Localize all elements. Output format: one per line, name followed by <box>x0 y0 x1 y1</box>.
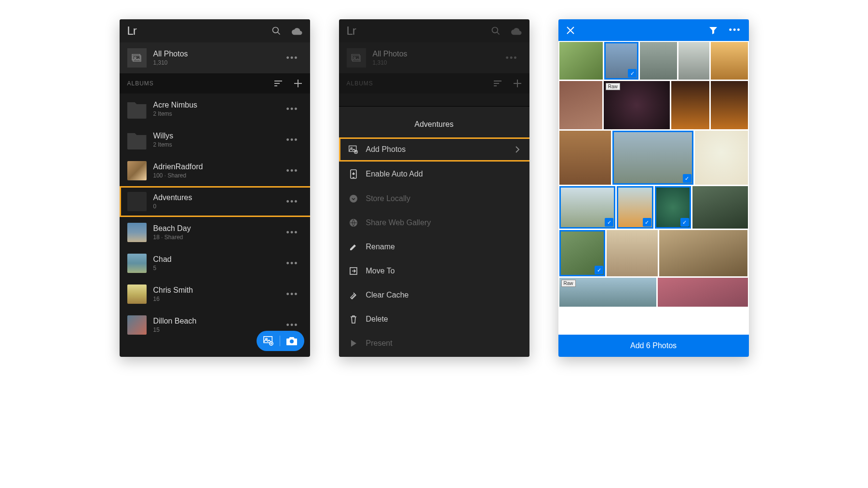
sheet-action-rename[interactable]: Rename <box>339 235 529 259</box>
top-icons <box>271 26 302 36</box>
sheet-action-label: Clear Cache <box>366 291 409 299</box>
close-icon[interactable] <box>566 26 575 35</box>
album-more-icon[interactable]: ••• <box>283 100 302 118</box>
photo-thumbnail[interactable] <box>678 42 709 80</box>
cloud-icon[interactable] <box>292 26 302 36</box>
photo-thumbnail[interactable] <box>711 42 748 80</box>
photo-thumbnail[interactable] <box>659 230 748 276</box>
rename-icon <box>349 243 358 251</box>
photo-thumbnail[interactable]: Raw <box>604 81 670 129</box>
add-album-icon[interactable] <box>294 79 302 88</box>
photo-thumbnail[interactable]: ✓ <box>612 131 693 185</box>
folder-icon <box>127 99 147 119</box>
svg-line-1 <box>277 32 280 35</box>
album-more-icon[interactable]: ••• <box>283 285 302 303</box>
album-more-icon[interactable]: ••• <box>283 255 302 272</box>
albums-header: ALBUMS <box>339 73 529 94</box>
album-row[interactable]: Chad5••• <box>120 248 310 279</box>
search-icon[interactable] <box>491 26 501 36</box>
svg-line-17 <box>497 32 499 35</box>
checkmark-icon: ✓ <box>628 69 637 78</box>
add-photos-button[interactable]: Add 6 Photos <box>558 335 749 357</box>
sheet-action-delete[interactable]: Delete <box>339 307 529 331</box>
photos-icon <box>347 48 366 68</box>
album-thumbnail <box>127 161 147 180</box>
checkmark-icon: ✓ <box>680 218 689 227</box>
all-photos-count: 1,310 <box>153 59 283 66</box>
sheet-action-auto-add[interactable]: +Enable Auto Add <box>339 162 529 187</box>
sort-icon <box>493 80 502 87</box>
svg-point-16 <box>492 27 498 33</box>
raw-badge: Raw <box>561 280 576 287</box>
search-icon[interactable] <box>271 26 281 36</box>
sheet-action-present[interactable]: Present <box>339 331 529 355</box>
raw-badge: Raw <box>606 83 620 90</box>
album-more-icon[interactable]: ••• <box>283 224 302 242</box>
photo-thumbnail[interactable] <box>640 42 677 80</box>
album-row[interactable]: Chris Smith16••• <box>120 279 310 310</box>
sheet-action-add-photos[interactable]: Add Photos <box>339 137 529 162</box>
sheet-action-store[interactable]: Store Locally <box>339 187 529 211</box>
all-photos-text: All Photos 1,310 <box>153 50 283 66</box>
more-icon[interactable]: ••• <box>729 25 741 35</box>
sheet-action-move[interactable]: Move To <box>339 259 529 283</box>
albums-header: ALBUMS <box>120 73 310 94</box>
photo-thumbnail[interactable]: ✓ <box>617 186 653 229</box>
sort-icon[interactable] <box>273 80 283 87</box>
album-row[interactable]: AdrienRadford100 · Shared••• <box>120 155 310 186</box>
albums-header-label: ALBUMS <box>347 80 373 87</box>
album-thumbnail <box>127 192 147 211</box>
checkmark-icon: ✓ <box>643 218 651 227</box>
photo-thumbnail[interactable] <box>711 81 747 129</box>
album-name: Adventures <box>153 193 283 202</box>
add-photos-icon <box>349 145 358 154</box>
sheet-action-share[interactable]: Share Web Gallery <box>339 211 529 235</box>
album-more-icon[interactable]: ••• <box>283 193 302 211</box>
album-name: Chad <box>153 255 283 264</box>
camera-icon[interactable] <box>286 336 298 346</box>
album-name: AdrienRadford <box>153 163 283 171</box>
photo-thumbnail[interactable]: ✓ <box>604 42 638 80</box>
album-more-icon[interactable]: ••• <box>283 162 302 180</box>
app-logo: Lr <box>127 24 136 38</box>
album-name: Acre Nimbus <box>153 101 283 109</box>
photo-thumbnail[interactable]: ✓ <box>559 230 606 276</box>
album-name: Dillon Beach <box>153 317 283 325</box>
svg-point-15 <box>290 339 294 343</box>
photo-thumbnail[interactable] <box>692 186 748 229</box>
sheet-action-clear[interactable]: Clear Cache <box>339 283 529 307</box>
photo-thumbnail[interactable]: Raw <box>559 278 656 307</box>
photo-thumbnail[interactable] <box>559 42 603 80</box>
album-row[interactable]: Adventures0••• <box>120 186 310 217</box>
album-name: Chris Smith <box>153 286 283 295</box>
album-more-icon[interactable]: ••• <box>283 131 302 149</box>
album-row[interactable]: Acre Nimbus2 Items••• <box>120 94 310 124</box>
photo-grid: ✓Raw✓✓✓✓✓Raw <box>558 41 749 335</box>
delete-icon <box>349 315 358 324</box>
photo-thumbnail[interactable] <box>607 230 658 276</box>
album-subtitle: 16 <box>153 296 283 302</box>
photo-thumbnail[interactable] <box>695 131 748 185</box>
photo-thumbnail[interactable] <box>559 131 611 185</box>
photo-thumbnail[interactable] <box>559 81 602 129</box>
photo-thumbnail[interactable]: ✓ <box>559 186 616 229</box>
fab <box>257 331 304 351</box>
more-icon[interactable]: ••• <box>283 49 302 67</box>
sheet-actions-list: Add Photos+Enable Auto AddStore LocallyS… <box>339 137 529 355</box>
photo-thumbnail[interactable] <box>658 278 748 307</box>
clear-icon <box>349 291 358 299</box>
all-photos-row[interactable]: All Photos 1,310 ••• <box>120 42 310 73</box>
album-row[interactable]: Beach Day18 · Shared••• <box>120 217 310 248</box>
share-icon <box>349 218 358 227</box>
photo-thumbnail[interactable] <box>671 81 709 129</box>
album-name: Beach Day <box>153 224 283 233</box>
filter-icon[interactable] <box>709 26 718 35</box>
picker-top-bar: ••• <box>558 19 749 41</box>
top-icons <box>491 26 522 36</box>
cloud-icon[interactable] <box>511 26 522 36</box>
screen-photo-picker: ••• ✓Raw✓✓✓✓✓Raw Add 6 Photos <box>558 19 749 357</box>
photo-thumbnail[interactable]: ✓ <box>655 186 691 229</box>
import-photo-icon[interactable] <box>263 336 274 346</box>
album-subtitle: 2 Items <box>153 141 283 148</box>
album-row[interactable]: Willys2 Items••• <box>120 124 310 155</box>
